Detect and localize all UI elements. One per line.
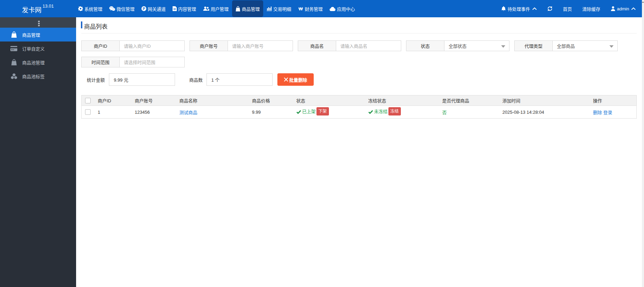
svg-text:P: P — [143, 7, 145, 11]
